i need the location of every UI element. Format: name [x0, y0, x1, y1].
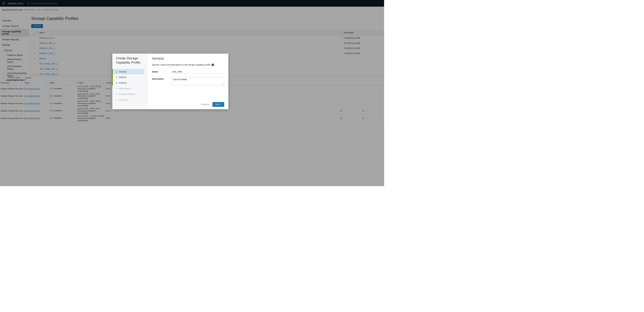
- step-protocol[interactable]: 3 Protocol: [112, 80, 144, 86]
- help-icon[interactable]: ?: [212, 63, 214, 66]
- create-profile-modal: Create Storage Capability Profile 1 Gene…: [112, 54, 228, 109]
- step-performance: 4 Performance: [112, 86, 144, 91]
- name-input[interactable]: [172, 70, 224, 74]
- modal-title: Create Storage Capability Profile: [116, 56, 144, 65]
- step-storage-attributes: 5 Storage attributes: [112, 91, 144, 97]
- name-label: Name:: [152, 70, 172, 74]
- cancel-button[interactable]: CANCEL: [200, 102, 210, 107]
- description-label: Description:: [152, 77, 172, 85]
- step-intro: Specify a name and description for the s…: [152, 63, 224, 66]
- step-general[interactable]: 1 General: [112, 69, 144, 74]
- step-heading: General: [152, 57, 224, 60]
- description-input[interactable]: [172, 77, 224, 85]
- step-summary: 6 Summary: [112, 97, 144, 103]
- next-button[interactable]: NEXT: [212, 102, 224, 107]
- step-platform[interactable]: 2 Platform: [112, 74, 144, 80]
- wizard-steps: Create Storage Capability Profile 1 Gene…: [112, 54, 148, 109]
